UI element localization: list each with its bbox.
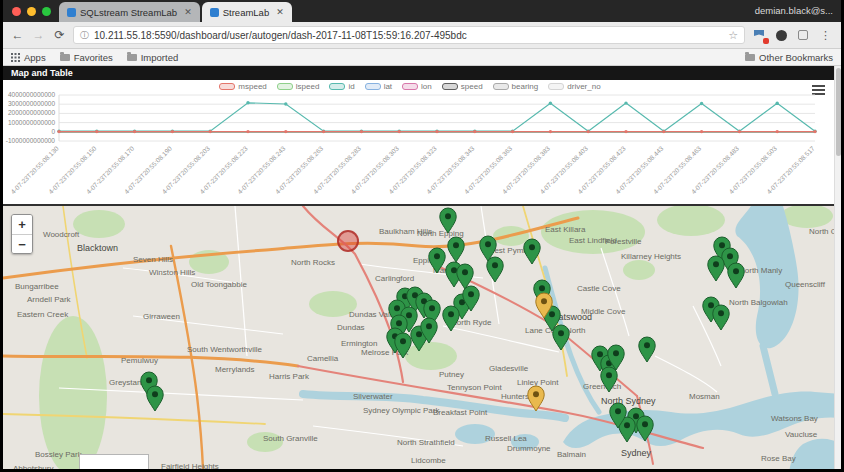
- data-point-mspeed[interactable]: [738, 130, 741, 133]
- map-marker-green[interactable]: [636, 415, 654, 441]
- data-point-mspeed[interactable]: [587, 130, 590, 133]
- zoom-window-button[interactable]: [42, 7, 51, 16]
- tab-favicon: [67, 8, 76, 17]
- reload-button[interactable]: ⟳: [52, 22, 67, 49]
- map-marker-green[interactable]: [600, 366, 618, 392]
- extension-icon-flag[interactable]: [751, 27, 767, 43]
- map-marker-green[interactable]: [609, 402, 627, 428]
- legend-lon[interactable]: lon: [402, 82, 432, 91]
- bookmark-star-icon[interactable]: ☆: [728, 29, 738, 42]
- legend-swatch: [365, 83, 381, 90]
- close-window-button[interactable]: [12, 7, 21, 16]
- map-label: Vaucluse: [785, 430, 817, 439]
- data-point-mspeed[interactable]: [813, 130, 816, 133]
- map-marker-green[interactable]: [439, 207, 457, 233]
- data-point-mspeed[interactable]: [776, 130, 779, 133]
- map-label: North Balgowlah: [729, 298, 788, 307]
- legend-mspeed[interactable]: mspeed: [219, 82, 266, 91]
- data-point-mspeed[interactable]: [57, 130, 60, 133]
- data-point-id[interactable]: [624, 101, 627, 104]
- data-point-id[interactable]: [246, 101, 249, 104]
- data-point-id[interactable]: [700, 102, 703, 105]
- data-point-mspeed[interactable]: [322, 130, 325, 133]
- forward-button[interactable]: →: [31, 22, 46, 49]
- data-point-mspeed[interactable]: [624, 130, 627, 133]
- data-point-mspeed[interactable]: [95, 130, 98, 133]
- data-point-mspeed[interactable]: [360, 130, 363, 133]
- minimize-window-button[interactable]: [27, 7, 36, 16]
- data-point-mspeed[interactable]: [435, 130, 438, 133]
- map-label: North Rocks: [291, 258, 335, 267]
- map-marker-green[interactable]: [428, 247, 446, 273]
- legend-driver_no[interactable]: driver_no: [548, 82, 600, 91]
- map-marker-green[interactable]: [146, 385, 164, 411]
- data-point-mspeed[interactable]: [398, 130, 401, 133]
- data-point-mspeed[interactable]: [246, 130, 249, 133]
- data-point-mspeed[interactable]: [700, 130, 703, 133]
- map-marker-green[interactable]: [462, 285, 480, 311]
- series-id: [59, 103, 815, 131]
- bookmark-imported[interactable]: Imported: [127, 52, 179, 63]
- map-marker-green[interactable]: [712, 304, 730, 330]
- tab-close-icon[interactable]: ✕: [184, 7, 192, 17]
- data-point-id[interactable]: [284, 102, 287, 105]
- legend-bearing[interactable]: bearing: [493, 82, 539, 91]
- map-marker-green[interactable]: [442, 305, 460, 331]
- legend-lat[interactable]: lat: [365, 82, 392, 91]
- data-point-mspeed[interactable]: [133, 130, 136, 133]
- legend-lspeed[interactable]: lspeed: [277, 82, 320, 91]
- tab-title: SQLstream StreamLab: [80, 7, 177, 18]
- map-marker-yellow[interactable]: [535, 292, 553, 318]
- map-marker-green[interactable]: [420, 317, 438, 343]
- data-point-mspeed[interactable]: [171, 130, 174, 133]
- tab-sqlstream-streamlab[interactable]: SQLstream StreamLab ✕: [59, 2, 200, 22]
- map-label: Balmain: [557, 450, 586, 459]
- map-marker-green[interactable]: [727, 262, 745, 288]
- data-point-mspeed[interactable]: [662, 130, 665, 133]
- map-marker-green[interactable]: [552, 324, 570, 350]
- map-marker-green[interactable]: [486, 256, 504, 282]
- address-bar[interactable]: ⓘ 10.211.55.18:5590/dashboard/user/autog…: [73, 26, 745, 44]
- extension-icon-square[interactable]: [795, 27, 811, 43]
- data-point-mspeed[interactable]: [473, 130, 476, 133]
- map-marker-green[interactable]: [523, 238, 541, 264]
- timeseries-chart[interactable]: 4000000000000300000000000020000000000001…: [3, 91, 834, 204]
- map-marker-yellow[interactable]: [527, 385, 545, 411]
- y-axis-tick: 1000000000000: [8, 119, 55, 126]
- data-point-mspeed[interactable]: [209, 130, 212, 133]
- map-label: Harris Park: [269, 372, 309, 381]
- legend-label: driver_no: [567, 82, 600, 91]
- data-point-mspeed[interactable]: [511, 130, 514, 133]
- map-highlight-circle[interactable]: [337, 230, 359, 252]
- legend-id[interactable]: id: [329, 82, 354, 91]
- tab-favicon: [210, 8, 219, 17]
- tab-close-icon[interactable]: ✕: [276, 7, 284, 17]
- legend-swatch: [329, 83, 345, 90]
- data-point-id[interactable]: [776, 102, 779, 105]
- map-marker-green[interactable]: [638, 336, 656, 362]
- page-info-icon[interactable]: ⓘ: [80, 29, 89, 42]
- scrollbar-thumb[interactable]: [836, 68, 841, 156]
- other-bookmarks[interactable]: Other Bookmarks: [745, 52, 833, 63]
- tab-streamlab[interactable]: StreamLab ✕: [202, 2, 292, 22]
- data-point-mspeed[interactable]: [284, 130, 287, 133]
- map-marker-green[interactable]: [447, 236, 465, 262]
- page-scrollbar[interactable]: [834, 66, 841, 469]
- bookmark-favorites[interactable]: Favorites: [60, 52, 113, 63]
- data-point-id[interactable]: [549, 102, 552, 105]
- zoom-out-button[interactable]: −: [12, 234, 32, 253]
- map-marker-green[interactable]: [707, 255, 725, 281]
- map-label: Camellia: [307, 354, 338, 363]
- extension-icon-dark[interactable]: [773, 27, 789, 43]
- legend-label: bearing: [512, 82, 539, 91]
- map-label: Merrylands: [215, 365, 255, 374]
- bookmark-apps[interactable]: Apps: [11, 52, 46, 63]
- legend-speed[interactable]: speed: [442, 82, 483, 91]
- browser-menu-icon[interactable]: ⋮: [817, 29, 834, 42]
- map-label: North Strathfield: [397, 438, 455, 447]
- back-button[interactable]: ←: [10, 22, 25, 49]
- map-panel[interactable]: WoodcroftBlacktownSeven HillsWinston Hil…: [3, 204, 841, 469]
- legend-swatch: [548, 83, 564, 90]
- zoom-in-button[interactable]: +: [12, 215, 32, 234]
- data-point-mspeed[interactable]: [549, 130, 552, 133]
